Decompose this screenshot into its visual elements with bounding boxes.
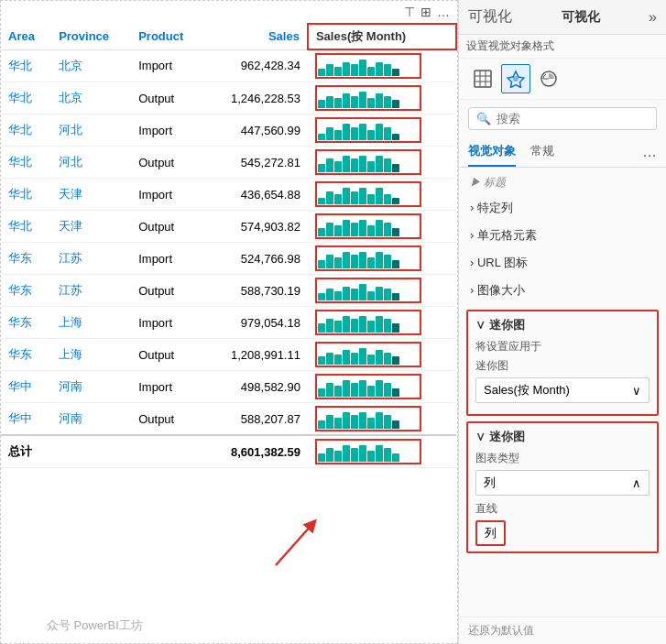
section-url-icon[interactable]: › URL 图标 [459,249,666,277]
spark-bar [367,257,375,268]
section-image-size-label: › 图像大小 [470,282,525,299]
sparkline-chart [318,88,419,108]
expand-panel-icon[interactable]: » [649,9,657,26]
spark-bar [367,225,375,236]
spark-bar [392,356,399,365]
col-header-product[interactable]: Product [131,24,204,49]
spark-bar [367,291,375,300]
minichart-dropdown[interactable]: Sales(按 Month) ∨ [475,377,650,403]
spark-bar [392,388,399,397]
spark-bar [318,100,325,108]
spark-bar [384,158,391,172]
spark-bar [343,350,350,365]
filter-icon[interactable]: ⊤ [404,5,415,19]
cell-product: Import [131,307,204,339]
tab-general[interactable]: 常规 [530,137,554,167]
chart-type-value: 列 [484,475,496,491]
cell-sales: 588,207.87 [204,403,308,436]
expand-icon4: › [470,283,474,297]
search-box[interactable]: 🔍 [468,107,657,130]
collapse-icon[interactable]: 可视化 [468,7,512,27]
col-header-sparkline[interactable]: Sales(按 Month) [308,24,456,49]
cell-sparkline [308,211,456,243]
total-label: 总计 [1,435,51,468]
expand-icon[interactable]: ⊞ [420,5,431,19]
spark-bar [351,191,358,204]
spark-bar [318,198,325,204]
spark-bar [359,188,366,204]
spark-bar [359,252,366,268]
spark-bar [367,355,375,365]
spark-bar [326,353,333,366]
more-options-icon[interactable]: … [437,5,450,19]
col-header-sales[interactable]: Sales [204,24,308,49]
cell-product: Output [131,211,204,243]
spark-bar [392,134,399,140]
spark-bar [359,284,366,300]
spark-bar [334,67,342,76]
spark-bar [326,383,333,397]
tab-more-icon[interactable]: … [642,144,657,160]
cell-province: 江苏 [51,243,131,275]
sparkline-chart [318,312,419,333]
cell-province: 北京 [51,49,131,82]
analytics-icon-btn[interactable] [534,64,563,93]
restore-label[interactable]: 还原为默认值 [468,623,534,639]
sparkline-chart [318,409,419,429]
spark-bar [334,418,342,429]
right-panel: 可视化 可视化 » 设置视觉对象格式 [458,0,666,644]
spark-bar [359,412,366,429]
chart-type-dropdown[interactable]: 列 ∧ [475,470,650,496]
cell-sparkline [308,339,456,371]
spark-bar [376,316,383,333]
search-input[interactable] [497,112,649,126]
spark-bar [351,64,358,76]
spark-bar [351,383,358,397]
spark-bar [334,225,342,236]
cell-area: 华东 [1,307,51,339]
section-url-icon-label: › URL 图标 [470,255,528,271]
minichart-title-2[interactable]: ∨ 迷你图 [475,429,650,445]
spark-bar [343,93,350,108]
spark-bar [359,92,366,108]
tab-viz-object[interactable]: 视觉对象 [468,137,516,167]
spark-bar [326,96,333,109]
section-specific-col[interactable]: › 特定列 [459,194,666,222]
section-cell-element[interactable]: › 单元格元素 [459,222,666,249]
minichart-title-1[interactable]: ∨ 迷你图 [475,317,650,333]
minichart-panel-2: ∨ 迷你图 图表类型 列 ∧ 直线 列 [466,421,659,553]
sparkline-chart [318,280,419,300]
col-header-area[interactable]: Area [1,24,51,49]
format-icon-btn[interactable] [501,64,530,93]
cell-area: 华北 [1,179,51,211]
cell-sparkline [308,147,456,179]
spark-bar [376,252,383,268]
spark-bar [334,386,342,397]
total-row: 总计8,601,382.59 [1,435,456,468]
spark-bar [392,420,399,429]
chevron-up-icon: ∧ [632,476,641,490]
spark-bar [318,356,325,365]
cell-area: 华北 [1,147,51,179]
spark-bar [392,164,399,172]
sparkline-chart [318,152,419,172]
table-row: 华中河南Output588,207.87 [1,403,456,436]
section-image-size[interactable]: › 图像大小 [459,277,666,304]
selected-chart-option[interactable]: 列 [475,520,506,546]
spark-bar [384,194,391,204]
sparkline-chart [318,216,419,236]
minichart-dropdown-label: 迷你图 [475,358,650,374]
spark-bar [376,380,383,397]
table-row: 华东江苏Output588,730.19 [1,275,456,307]
cell-product: Output [131,82,204,115]
table-row: 华北河北Output545,272.81 [1,147,456,179]
minichart-panel-1: ∨ 迷你图 将设置应用于 迷你图 Sales(按 Month) ∨ [466,310,659,416]
col-header-province[interactable]: Province [51,24,131,49]
settings-label: 设置视觉对象格式 [459,35,666,59]
cell-area: 华北 [1,211,51,243]
spark-bar [359,156,366,172]
spark-bar [326,223,333,236]
spark-bar [326,64,333,76]
table-icon-btn[interactable] [468,64,497,93]
spark-bar [334,130,342,140]
